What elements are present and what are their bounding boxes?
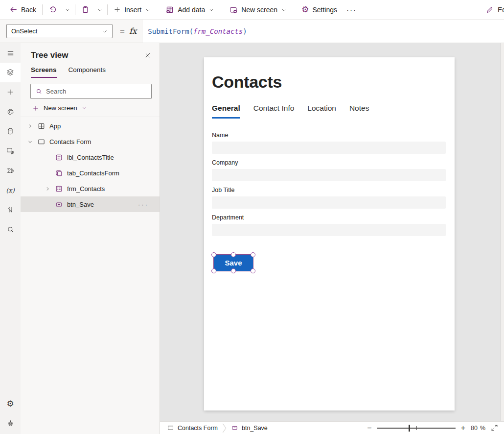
fit-to-window-icon[interactable]	[491, 424, 498, 432]
tree-item-lbl-contactstitle[interactable]: lbl_ContactsTitle	[21, 149, 160, 165]
breadcrumb-control[interactable]: btn_Save	[231, 424, 268, 432]
tab-location[interactable]: Location	[307, 104, 336, 119]
variables-icon[interactable]: (x)	[0, 180, 21, 200]
close-icon[interactable]	[144, 52, 151, 59]
chevron-down-icon[interactable]	[27, 139, 33, 145]
resize-handle[interactable]	[251, 268, 255, 273]
tree-view-title: Tree view	[31, 50, 69, 60]
tab-notes[interactable]: Notes	[349, 104, 369, 119]
settings-button[interactable]: ⚙ Settings	[297, 2, 342, 18]
company-input[interactable]	[212, 169, 446, 181]
paste-button[interactable]	[77, 2, 94, 18]
zoom-slider[interactable]	[377, 425, 456, 432]
new-screen-tree-button[interactable]: New screen	[21, 99, 160, 117]
clipboard-icon	[81, 5, 90, 14]
zoom-slider-thumb[interactable]	[409, 425, 411, 432]
tree-search-box[interactable]	[30, 84, 152, 99]
app-settings-gear-icon[interactable]: ⚙	[0, 394, 21, 413]
tree-item-contacts-form[interactable]: Contacts Form	[21, 134, 160, 149]
edit-button[interactable]: Ed	[482, 0, 504, 20]
tree-item-app[interactable]: App	[21, 118, 160, 134]
chevron-right-icon[interactable]	[45, 186, 51, 192]
search-input[interactable]	[46, 88, 147, 95]
job-title-input[interactable]	[212, 196, 446, 209]
add-data-button[interactable]: Add data	[161, 2, 219, 18]
field-job-title: Job Title	[212, 187, 446, 214]
back-label: Back	[21, 6, 36, 14]
media-icon[interactable]	[0, 141, 21, 161]
toolbar-divider	[107, 4, 108, 15]
new-screen-icon	[229, 5, 238, 14]
form-control-icon	[55, 185, 63, 193]
row-menu-button[interactable]: ···	[138, 201, 149, 208]
breadcrumb-screen[interactable]: Contacts Form	[167, 424, 218, 432]
paste-dropdown-chevron[interactable]	[94, 2, 106, 18]
resize-handle[interactable]	[211, 252, 216, 257]
settings-label: Settings	[312, 6, 337, 14]
insert-chevron-icon	[145, 2, 151, 18]
zoom-out-button[interactable]: −	[367, 424, 371, 432]
new-screen-label: New screen	[241, 6, 277, 14]
field-label: Job Title	[212, 187, 446, 193]
name-input[interactable]	[212, 142, 446, 154]
form-fields: Name Company Job Title Department	[212, 132, 446, 241]
formula-function-text: SubmitForm(	[148, 27, 193, 35]
add-data-chevron-icon	[208, 2, 214, 18]
advanced-tools-icon[interactable]	[0, 200, 21, 219]
formula-input[interactable]: SubmitForm(frm_Contacts)	[142, 20, 504, 43]
resize-handle[interactable]	[251, 252, 255, 257]
search-rail-icon[interactable]	[0, 219, 21, 239]
department-input[interactable]	[212, 224, 446, 236]
resize-handle[interactable]	[231, 252, 236, 257]
breadcrumb-chevron-icon	[222, 423, 227, 434]
insert-label: Insert	[124, 6, 141, 14]
zoom-percentage-value: 80	[471, 425, 478, 432]
add-data-label: Add data	[178, 6, 205, 14]
virtual-agent-bot-icon[interactable]	[0, 413, 21, 433]
toolbar-divider	[42, 4, 43, 15]
screen-icon	[37, 138, 46, 146]
pencil-icon	[485, 6, 494, 14]
resize-handle[interactable]	[211, 268, 216, 273]
tab-screens[interactable]: Screens	[31, 66, 57, 78]
add-data-table-icon	[165, 5, 174, 14]
theme-palette-icon[interactable]	[0, 102, 21, 121]
tree-item-label: lbl_ContactsTitle	[67, 154, 114, 161]
breadcrumb-control-label: btn_Save	[242, 425, 268, 432]
tab-general[interactable]: General	[212, 104, 240, 119]
field-company: Company	[212, 159, 446, 187]
resize-handle[interactable]	[231, 268, 236, 273]
insert-rail-icon[interactable]	[0, 82, 21, 102]
back-button[interactable]: Back	[5, 2, 41, 18]
undo-icon	[48, 5, 57, 14]
toolbar-divider	[75, 4, 75, 15]
tree-item-label: btn_Save	[67, 201, 94, 208]
tree-item-label: tab_ContactsForm	[67, 169, 119, 177]
gear-icon: ⚙	[301, 5, 309, 14]
new-screen-button[interactable]: New screen	[225, 2, 291, 18]
tree-view-rail-icon[interactable]	[0, 63, 21, 82]
tab-contact-info[interactable]: Contact Info	[253, 104, 295, 119]
app-screen-page[interactable]: Contacts General Contact Info Location N…	[204, 57, 455, 410]
property-selector-dropdown[interactable]: OnSelect	[6, 24, 113, 38]
tree-item-btn-save[interactable]: btn_Save ···	[21, 196, 160, 212]
insert-button[interactable]: Insert	[109, 2, 155, 18]
tab-components[interactable]: Components	[69, 66, 106, 78]
save-button-selection[interactable]: Save	[214, 255, 253, 271]
tree-item-frm-contacts[interactable]: frm_Contacts	[21, 181, 160, 196]
undo-dropdown-chevron[interactable]	[62, 2, 73, 18]
equals-sign: =	[120, 26, 125, 36]
canvas-area: Contacts General Contact Info Location N…	[160, 43, 504, 421]
undo-button[interactable]	[44, 2, 62, 18]
power-automate-icon[interactable]	[0, 161, 21, 180]
tree-item-label: Contacts Form	[49, 138, 91, 145]
zoom-in-button[interactable]: +	[461, 424, 465, 432]
data-sources-icon[interactable]	[0, 121, 21, 141]
toolbar-overflow-button[interactable]: ···	[342, 5, 362, 14]
field-label: Company	[212, 159, 446, 166]
chevron-right-icon[interactable]	[27, 123, 33, 129]
status-bar: Contacts Form btn_Save − +	[160, 421, 504, 434]
field-label: Name	[212, 132, 446, 139]
tree-item-tab-contactsform[interactable]: tab_ContactsForm	[21, 165, 160, 181]
hamburger-menu-icon[interactable]	[0, 43, 21, 63]
